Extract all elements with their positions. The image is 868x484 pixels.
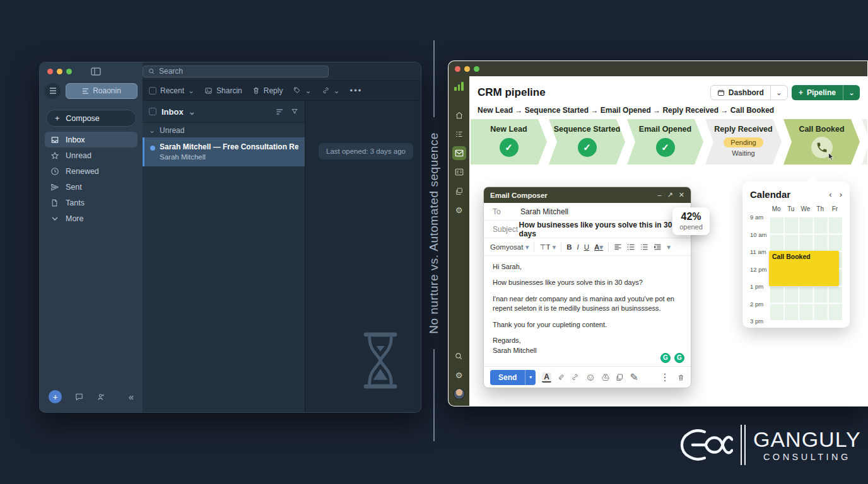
font-select[interactable]: Gomyosat ▾ — [490, 243, 529, 251]
formatting-button[interactable]: A — [542, 372, 551, 383]
send-button[interactable]: Send ▾ — [490, 370, 536, 385]
search-icon[interactable] — [452, 349, 466, 363]
dashboard-dropdown[interactable]: ⌄ — [770, 86, 787, 100]
grammarly-icon[interactable]: G — [660, 353, 671, 363]
pipeline-button[interactable]: + Pipeline ⌄ — [792, 85, 860, 100]
message-body[interactable]: Hi Sarah, How businesses like yours solv… — [484, 256, 691, 366]
dashboard-button[interactable]: Dashbord ⌄ — [710, 85, 788, 100]
chat-icon[interactable] — [74, 393, 84, 401]
prev-week-icon[interactable]: ‹ — [829, 190, 831, 199]
to-row[interactable]: To Sarah Mitchell — [484, 203, 691, 221]
italic-button[interactable]: I — [577, 243, 579, 251]
copy-icon[interactable] — [452, 184, 466, 198]
minimize-button[interactable] — [57, 69, 62, 74]
calendar-grid[interactable]: Call Booked — [769, 216, 842, 320]
contact-card-icon[interactable] — [452, 165, 466, 179]
attach-icon[interactable] — [558, 373, 565, 381]
account-switcher[interactable]: Roaonin — [66, 83, 138, 99]
signature-pen-icon[interactable]: ✎ — [630, 371, 638, 383]
user-avatar[interactable] — [454, 388, 465, 400]
filter-icon[interactable] — [291, 108, 298, 115]
tag-button[interactable]: ⌄ — [293, 86, 311, 95]
settings-icon[interactable]: ⚙ — [452, 368, 466, 382]
font-size-button[interactable]: ⊤T ▾ — [539, 243, 556, 251]
search-input[interactable] — [159, 67, 323, 76]
plus-icon: + — [55, 114, 59, 123]
insert-link-icon[interactable] — [571, 373, 579, 381]
grammarly-icon[interactable]: G — [674, 353, 684, 363]
align-button[interactable] — [614, 244, 622, 250]
time-label: 11 am — [750, 248, 766, 255]
link-button[interactable]: ⌄ — [322, 86, 340, 95]
stage-next-fragment — [862, 119, 868, 164]
sidebar-toggle-icon[interactable] — [91, 67, 101, 76]
call-booked-event[interactable]: Call Booked — [769, 251, 839, 286]
mail-list-header: Inbox ⌄ — [143, 101, 305, 122]
home-icon[interactable] — [452, 108, 466, 122]
subject-row[interactable]: Subject How businesses like yours solve … — [484, 221, 691, 238]
email-composer-window: Email Composer – ↗ ✕ To Sarah Mitchell S… — [483, 187, 691, 388]
send-options-dropdown[interactable]: ▾ — [525, 370, 536, 385]
zoom-button[interactable] — [474, 66, 479, 72]
more-options-icon[interactable]: ⋮ — [660, 371, 670, 383]
sidebar-item-tants[interactable]: Tants — [45, 195, 138, 210]
pipeline-label: Pipeline — [807, 88, 836, 97]
stage-reply-received[interactable]: Reply Received Pending Waiting — [705, 119, 782, 164]
add-button[interactable]: + — [49, 390, 62, 403]
more-options-icon[interactable]: ••• — [350, 86, 363, 95]
gear-icon[interactable]: ⚙ — [452, 203, 466, 217]
menu-icon[interactable] — [45, 83, 61, 99]
link-icon — [322, 86, 330, 95]
composer-titlebar[interactable]: Email Composer – ↗ ✕ — [484, 187, 691, 203]
pipeline-dropdown[interactable]: ⌄ — [843, 85, 860, 100]
emoji-icon[interactable]: ☺ — [585, 372, 595, 383]
compose-button[interactable]: + Compose — [46, 110, 136, 127]
reply-button[interactable]: Reply — [252, 86, 283, 95]
star-icon — [50, 151, 59, 160]
sharcin-button[interactable]: Sharcin — [204, 86, 242, 95]
sidebar-item-inbox[interactable]: Inbox — [45, 132, 138, 147]
chevron-down-icon[interactable]: ⌄ — [189, 107, 196, 117]
collapse-sidebar-icon[interactable]: « — [129, 391, 134, 402]
close-button[interactable] — [455, 66, 460, 72]
search-box[interactable] — [143, 66, 329, 78]
sidebar-item-unread[interactable]: Unread — [45, 147, 138, 163]
close-button[interactable] — [47, 69, 53, 74]
mail-list-pane: Inbox ⌄ ⌄ Unread Sarah Mitchell — Free C… — [143, 101, 305, 412]
stage-email-opened[interactable]: Email Opened ✓ — [627, 119, 703, 164]
sidebar-item-sent[interactable]: Sent — [45, 179, 138, 195]
discard-trash-icon[interactable] — [677, 374, 684, 381]
stage-call-booked[interactable]: Call Booked — [783, 119, 860, 164]
select-all-checkbox[interactable] — [149, 87, 156, 95]
minimize-button[interactable] — [464, 66, 470, 72]
sidebar-item-renewed[interactable]: Renewed — [45, 163, 138, 179]
sidebar-item-more[interactable]: More — [45, 210, 138, 226]
zoom-button[interactable] — [66, 69, 72, 74]
stage-label: Reply Received — [714, 125, 772, 134]
insert-file-icon[interactable] — [616, 374, 623, 381]
recent-filter[interactable]: Recent ⌄ — [149, 86, 194, 95]
people-icon[interactable] — [97, 393, 107, 401]
sort-icon[interactable] — [276, 108, 284, 115]
unread-group-header[interactable]: ⌄ Unread — [143, 122, 305, 137]
email-sender: Sarah Mitchell — [160, 153, 298, 161]
expand-icon[interactable]: ↗ — [667, 191, 673, 199]
next-week-icon[interactable]: › — [840, 190, 842, 199]
sequence-icon[interactable] — [452, 127, 466, 141]
email-list-item[interactable]: Sarah Mitchell — Free Consultation Reque… — [143, 137, 305, 166]
drive-icon[interactable] — [602, 374, 609, 381]
indent-button[interactable] — [654, 244, 662, 250]
close-icon[interactable]: ✕ — [679, 191, 684, 199]
bold-button[interactable]: B — [566, 243, 572, 251]
text-color-button[interactable]: A▾ — [594, 243, 603, 251]
mail-icon[interactable] — [452, 146, 466, 160]
stage-new-lead[interactable]: New Lead ✓ — [471, 119, 547, 164]
numbered-list-button[interactable] — [640, 244, 648, 250]
more-formats-button[interactable]: ▾ — [667, 243, 671, 251]
minimize-icon[interactable]: – — [657, 191, 661, 199]
list-checkbox[interactable] — [149, 108, 156, 115]
stage-sequence-started[interactable]: Sequence Started ✓ — [549, 119, 625, 164]
trash-icon — [252, 86, 260, 95]
underline-button[interactable]: U — [584, 243, 589, 251]
bullet-list-button[interactable] — [627, 244, 635, 250]
